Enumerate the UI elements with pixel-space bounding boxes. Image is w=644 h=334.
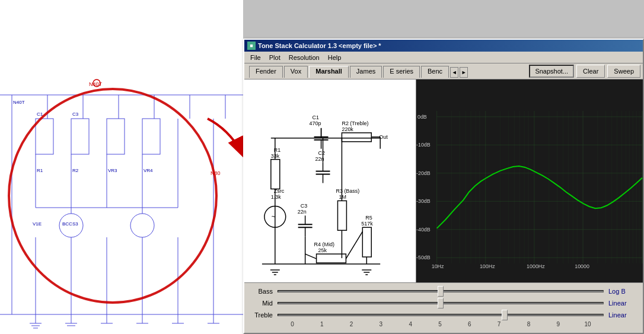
svg-text:1M: 1M <box>339 194 346 200</box>
svg-text:N80: N80 <box>211 170 221 176</box>
svg-text:R5: R5 <box>365 215 372 221</box>
svg-text:R4 (Mid): R4 (Mid) <box>314 241 334 247</box>
sweep-button[interactable]: Sweep <box>607 65 640 78</box>
scale-4: 4 <box>396 321 425 327</box>
menu-bar: File Plot Resolution Help <box>244 52 643 63</box>
bass-slider-row: Bass Log B <box>249 285 638 297</box>
svg-text:100Hz: 100Hz <box>480 263 495 269</box>
graph-svg: 0dB -10dB -20dB -30dB -40dB -50dB 10Hz 1… <box>416 79 643 304</box>
scale-10: 10 <box>573 321 602 327</box>
svg-rect-66 <box>342 133 371 142</box>
svg-rect-13 <box>142 119 160 154</box>
tab-james[interactable]: James <box>350 66 382 78</box>
mid-label: Mid <box>249 300 273 307</box>
svg-text:1000Hz: 1000Hz <box>527 263 545 269</box>
scale-2: 2 <box>337 321 366 327</box>
svg-text:R2: R2 <box>72 168 79 173</box>
svg-rect-70 <box>271 160 280 189</box>
menu-file[interactable]: File <box>247 53 264 62</box>
snapshot-button[interactable]: Snapshot... <box>529 65 574 78</box>
svg-rect-92 <box>362 227 371 257</box>
svg-text:10000: 10000 <box>575 263 589 269</box>
menu-resolution[interactable]: Resolution <box>285 53 323 62</box>
tab-vox[interactable]: Vox <box>284 66 308 78</box>
scale-1: 1 <box>307 321 337 327</box>
tab-fender[interactable]: Fender <box>249 66 283 78</box>
tab-prev-btn[interactable]: ◄ <box>450 67 458 78</box>
svg-text:-10dB: -10dB <box>416 142 431 148</box>
scale-0: 0 <box>278 321 307 327</box>
bass-mode: Log B <box>608 288 638 295</box>
schematic-svg: N40T C1 C3 R1 R2 VR3 VR4 V1E BCCS3 N40T … <box>0 0 243 334</box>
svg-rect-57 <box>244 104 416 279</box>
svg-text:10Hz: 10Hz <box>432 263 444 269</box>
svg-text:V1E: V1E <box>33 221 42 227</box>
bass-label: Bass <box>249 288 273 295</box>
mid-slider-row: Mid Linear <box>249 297 638 309</box>
svg-rect-120 <box>416 105 643 278</box>
circuit-svg: C1 470p R2 (Treble) 220k Out R1 33k <box>244 79 416 304</box>
mid-mode: Linear <box>608 300 638 307</box>
svg-rect-10 <box>36 119 53 154</box>
svg-text:VR3: VR3 <box>108 168 117 173</box>
svg-text:R1: R1 <box>37 168 43 173</box>
circuit-panel: C1 470p R2 (Treble) 220k Out R1 33k <box>244 79 416 304</box>
treble-slider[interactable] <box>278 310 604 320</box>
svg-text:220k: 220k <box>342 126 353 132</box>
scale-6: 6 <box>455 321 484 327</box>
mid-slider[interactable] <box>278 298 604 308</box>
svg-text:C3: C3 <box>301 203 307 209</box>
svg-text:-50dB: -50dB <box>416 255 431 260</box>
scale-labels: 0 1 2 3 4 5 6 7 8 9 10 <box>278 321 602 327</box>
graph-panel: 0dB -10dB -20dB -30dB -40dB -50dB 10Hz 1… <box>416 79 643 304</box>
svg-text:470p: 470p <box>310 120 321 126</box>
svg-text:C2: C2 <box>318 150 325 156</box>
svg-text:25k: 25k <box>318 247 327 253</box>
menu-help[interactable]: Help <box>324 53 345 62</box>
scale-3: 3 <box>366 321 396 327</box>
scale-9: 9 <box>543 321 573 327</box>
tab-next-btn[interactable]: ► <box>460 67 468 78</box>
svg-text:R2 (Treble): R2 (Treble) <box>342 120 368 126</box>
svg-point-15 <box>130 214 154 237</box>
treble-mode: Linear <box>608 311 638 319</box>
tab-marshall[interactable]: Marshall <box>309 66 349 78</box>
treble-slider-row: Treble Linear <box>249 309 638 321</box>
svg-rect-0 <box>0 0 243 334</box>
svg-text:-20dB: -20dB <box>416 170 431 176</box>
clear-button[interactable]: Clear <box>576 65 605 78</box>
bass-slider[interactable] <box>278 287 604 296</box>
scale-7: 7 <box>484 321 514 327</box>
svg-text:N40T: N40T <box>13 100 25 105</box>
tab-benc[interactable]: Benc <box>421 66 449 78</box>
svg-text:R3 (Bass): R3 (Bass) <box>336 188 359 194</box>
svg-text:C1: C1 <box>313 114 319 120</box>
window-title: Tone Stack Calculator 1.3 <empty file> * <box>258 42 381 49</box>
svg-rect-83 <box>337 201 346 230</box>
svg-rect-12 <box>107 119 125 154</box>
treble-label: Treble <box>249 311 273 319</box>
svg-text:-30dB: -30dB <box>416 198 431 204</box>
svg-text:C3: C3 <box>72 112 79 117</box>
svg-text:22n: 22n <box>298 209 307 215</box>
svg-text:0dB: 0dB <box>417 114 427 120</box>
svg-text:517k: 517k <box>361 221 373 227</box>
tab-bar: Fender Vox Marshall James E series Benc … <box>247 65 470 78</box>
schematic-background: N40T C1 C3 R1 R2 VR3 VR4 V1E BCCS3 N40T … <box>0 0 243 334</box>
svg-rect-11 <box>71 119 89 154</box>
scale-5: 5 <box>425 321 455 327</box>
scale-8: 8 <box>514 321 544 327</box>
svg-text:VR4: VR4 <box>144 168 153 173</box>
svg-text:BCCS3: BCCS3 <box>62 221 78 227</box>
svg-text:-40dB: -40dB <box>416 227 431 233</box>
svg-text:1.3k: 1.3k <box>271 194 281 200</box>
title-bar: ■ Tone Stack Calculator 1.3 <empty file>… <box>244 40 643 52</box>
app-icon: ■ <box>247 42 256 50</box>
menu-plot[interactable]: Plot <box>266 53 284 62</box>
app-window: ■ Tone Stack Calculator 1.3 <empty file>… <box>243 39 644 334</box>
tab-eseries[interactable]: E series <box>383 66 420 78</box>
